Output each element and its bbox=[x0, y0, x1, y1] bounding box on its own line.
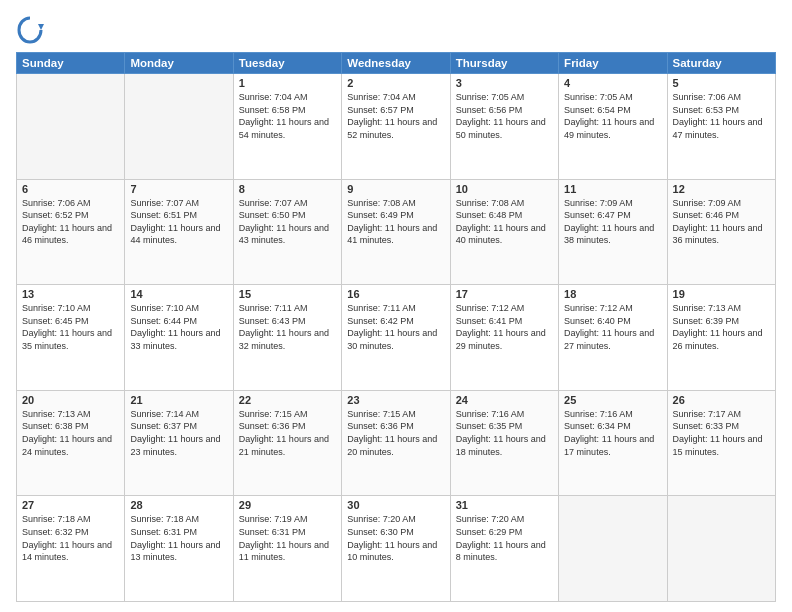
day-number: 12 bbox=[673, 183, 770, 195]
day-detail: Sunrise: 7:12 AM Sunset: 6:41 PM Dayligh… bbox=[456, 302, 553, 352]
day-number: 3 bbox=[456, 77, 553, 89]
calendar-cell: 23Sunrise: 7:15 AM Sunset: 6:36 PM Dayli… bbox=[342, 390, 450, 496]
logo bbox=[16, 16, 48, 44]
calendar-cell: 27Sunrise: 7:18 AM Sunset: 6:32 PM Dayli… bbox=[17, 496, 125, 602]
day-detail: Sunrise: 7:06 AM Sunset: 6:53 PM Dayligh… bbox=[673, 91, 770, 141]
day-detail: Sunrise: 7:08 AM Sunset: 6:48 PM Dayligh… bbox=[456, 197, 553, 247]
day-number: 13 bbox=[22, 288, 119, 300]
day-number: 31 bbox=[456, 499, 553, 511]
day-number: 2 bbox=[347, 77, 444, 89]
day-detail: Sunrise: 7:15 AM Sunset: 6:36 PM Dayligh… bbox=[239, 408, 336, 458]
calendar-cell: 28Sunrise: 7:18 AM Sunset: 6:31 PM Dayli… bbox=[125, 496, 233, 602]
day-number: 21 bbox=[130, 394, 227, 406]
day-detail: Sunrise: 7:16 AM Sunset: 6:34 PM Dayligh… bbox=[564, 408, 661, 458]
calendar-cell: 11Sunrise: 7:09 AM Sunset: 6:47 PM Dayli… bbox=[559, 179, 667, 285]
day-number: 11 bbox=[564, 183, 661, 195]
weekday-header-tuesday: Tuesday bbox=[233, 53, 341, 74]
day-detail: Sunrise: 7:18 AM Sunset: 6:31 PM Dayligh… bbox=[130, 513, 227, 563]
day-number: 8 bbox=[239, 183, 336, 195]
day-detail: Sunrise: 7:17 AM Sunset: 6:33 PM Dayligh… bbox=[673, 408, 770, 458]
calendar-week-3: 13Sunrise: 7:10 AM Sunset: 6:45 PM Dayli… bbox=[17, 285, 776, 391]
day-number: 23 bbox=[347, 394, 444, 406]
calendar-cell: 13Sunrise: 7:10 AM Sunset: 6:45 PM Dayli… bbox=[17, 285, 125, 391]
calendar-cell bbox=[667, 496, 775, 602]
calendar-cell: 21Sunrise: 7:14 AM Sunset: 6:37 PM Dayli… bbox=[125, 390, 233, 496]
calendar-cell: 16Sunrise: 7:11 AM Sunset: 6:42 PM Dayli… bbox=[342, 285, 450, 391]
day-detail: Sunrise: 7:11 AM Sunset: 6:42 PM Dayligh… bbox=[347, 302, 444, 352]
calendar-cell: 15Sunrise: 7:11 AM Sunset: 6:43 PM Dayli… bbox=[233, 285, 341, 391]
day-number: 28 bbox=[130, 499, 227, 511]
calendar-cell: 7Sunrise: 7:07 AM Sunset: 6:51 PM Daylig… bbox=[125, 179, 233, 285]
day-detail: Sunrise: 7:19 AM Sunset: 6:31 PM Dayligh… bbox=[239, 513, 336, 563]
calendar-cell: 22Sunrise: 7:15 AM Sunset: 6:36 PM Dayli… bbox=[233, 390, 341, 496]
day-number: 16 bbox=[347, 288, 444, 300]
calendar-cell: 25Sunrise: 7:16 AM Sunset: 6:34 PM Dayli… bbox=[559, 390, 667, 496]
day-number: 7 bbox=[130, 183, 227, 195]
calendar-week-4: 20Sunrise: 7:13 AM Sunset: 6:38 PM Dayli… bbox=[17, 390, 776, 496]
calendar-cell: 10Sunrise: 7:08 AM Sunset: 6:48 PM Dayli… bbox=[450, 179, 558, 285]
day-detail: Sunrise: 7:08 AM Sunset: 6:49 PM Dayligh… bbox=[347, 197, 444, 247]
day-detail: Sunrise: 7:05 AM Sunset: 6:56 PM Dayligh… bbox=[456, 91, 553, 141]
calendar-cell: 24Sunrise: 7:16 AM Sunset: 6:35 PM Dayli… bbox=[450, 390, 558, 496]
calendar-cell: 8Sunrise: 7:07 AM Sunset: 6:50 PM Daylig… bbox=[233, 179, 341, 285]
day-number: 19 bbox=[673, 288, 770, 300]
day-detail: Sunrise: 7:09 AM Sunset: 6:47 PM Dayligh… bbox=[564, 197, 661, 247]
day-detail: Sunrise: 7:20 AM Sunset: 6:30 PM Dayligh… bbox=[347, 513, 444, 563]
day-number: 25 bbox=[564, 394, 661, 406]
day-number: 27 bbox=[22, 499, 119, 511]
calendar-cell: 29Sunrise: 7:19 AM Sunset: 6:31 PM Dayli… bbox=[233, 496, 341, 602]
calendar-cell: 26Sunrise: 7:17 AM Sunset: 6:33 PM Dayli… bbox=[667, 390, 775, 496]
day-detail: Sunrise: 7:10 AM Sunset: 6:45 PM Dayligh… bbox=[22, 302, 119, 352]
day-number: 1 bbox=[239, 77, 336, 89]
calendar-cell: 9Sunrise: 7:08 AM Sunset: 6:49 PM Daylig… bbox=[342, 179, 450, 285]
calendar-week-5: 27Sunrise: 7:18 AM Sunset: 6:32 PM Dayli… bbox=[17, 496, 776, 602]
day-detail: Sunrise: 7:15 AM Sunset: 6:36 PM Dayligh… bbox=[347, 408, 444, 458]
calendar-table: SundayMondayTuesdayWednesdayThursdayFrid… bbox=[16, 52, 776, 602]
day-number: 20 bbox=[22, 394, 119, 406]
calendar-cell: 1Sunrise: 7:04 AM Sunset: 6:58 PM Daylig… bbox=[233, 74, 341, 180]
day-detail: Sunrise: 7:13 AM Sunset: 6:39 PM Dayligh… bbox=[673, 302, 770, 352]
day-number: 29 bbox=[239, 499, 336, 511]
calendar-cell: 14Sunrise: 7:10 AM Sunset: 6:44 PM Dayli… bbox=[125, 285, 233, 391]
day-number: 4 bbox=[564, 77, 661, 89]
day-detail: Sunrise: 7:07 AM Sunset: 6:50 PM Dayligh… bbox=[239, 197, 336, 247]
calendar-cell: 6Sunrise: 7:06 AM Sunset: 6:52 PM Daylig… bbox=[17, 179, 125, 285]
day-number: 22 bbox=[239, 394, 336, 406]
calendar-cell: 5Sunrise: 7:06 AM Sunset: 6:53 PM Daylig… bbox=[667, 74, 775, 180]
day-number: 5 bbox=[673, 77, 770, 89]
day-number: 14 bbox=[130, 288, 227, 300]
weekday-header-friday: Friday bbox=[559, 53, 667, 74]
weekday-header-thursday: Thursday bbox=[450, 53, 558, 74]
calendar-cell: 19Sunrise: 7:13 AM Sunset: 6:39 PM Dayli… bbox=[667, 285, 775, 391]
calendar-cell: 18Sunrise: 7:12 AM Sunset: 6:40 PM Dayli… bbox=[559, 285, 667, 391]
weekday-header-wednesday: Wednesday bbox=[342, 53, 450, 74]
day-number: 10 bbox=[456, 183, 553, 195]
page: SundayMondayTuesdayWednesdayThursdayFrid… bbox=[0, 0, 792, 612]
day-detail: Sunrise: 7:14 AM Sunset: 6:37 PM Dayligh… bbox=[130, 408, 227, 458]
logo-icon bbox=[16, 16, 44, 44]
calendar-cell: 20Sunrise: 7:13 AM Sunset: 6:38 PM Dayli… bbox=[17, 390, 125, 496]
day-detail: Sunrise: 7:05 AM Sunset: 6:54 PM Dayligh… bbox=[564, 91, 661, 141]
calendar-cell: 31Sunrise: 7:20 AM Sunset: 6:29 PM Dayli… bbox=[450, 496, 558, 602]
day-number: 9 bbox=[347, 183, 444, 195]
day-detail: Sunrise: 7:16 AM Sunset: 6:35 PM Dayligh… bbox=[456, 408, 553, 458]
day-number: 18 bbox=[564, 288, 661, 300]
day-detail: Sunrise: 7:10 AM Sunset: 6:44 PM Dayligh… bbox=[130, 302, 227, 352]
calendar-cell bbox=[125, 74, 233, 180]
day-detail: Sunrise: 7:13 AM Sunset: 6:38 PM Dayligh… bbox=[22, 408, 119, 458]
calendar-week-1: 1Sunrise: 7:04 AM Sunset: 6:58 PM Daylig… bbox=[17, 74, 776, 180]
weekday-header-monday: Monday bbox=[125, 53, 233, 74]
day-number: 15 bbox=[239, 288, 336, 300]
day-detail: Sunrise: 7:12 AM Sunset: 6:40 PM Dayligh… bbox=[564, 302, 661, 352]
day-number: 6 bbox=[22, 183, 119, 195]
day-number: 24 bbox=[456, 394, 553, 406]
calendar-cell: 17Sunrise: 7:12 AM Sunset: 6:41 PM Dayli… bbox=[450, 285, 558, 391]
calendar-cell bbox=[17, 74, 125, 180]
header bbox=[16, 12, 776, 44]
day-number: 17 bbox=[456, 288, 553, 300]
day-detail: Sunrise: 7:04 AM Sunset: 6:57 PM Dayligh… bbox=[347, 91, 444, 141]
day-number: 30 bbox=[347, 499, 444, 511]
weekday-header-saturday: Saturday bbox=[667, 53, 775, 74]
calendar-cell: 12Sunrise: 7:09 AM Sunset: 6:46 PM Dayli… bbox=[667, 179, 775, 285]
day-number: 26 bbox=[673, 394, 770, 406]
